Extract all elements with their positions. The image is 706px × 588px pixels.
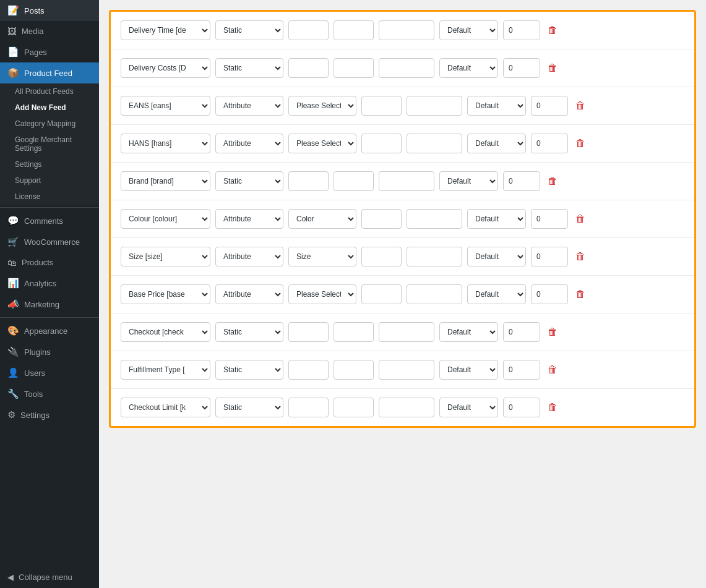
input2[interactable] [334, 58, 374, 78]
input3[interactable] [379, 20, 434, 40]
type-select[interactable]: StaticAttributePattern [215, 20, 283, 40]
number-input[interactable] [531, 96, 568, 116]
sidebar-item-category-mapping[interactable]: Category Mapping [0, 116, 99, 132]
input2[interactable] [361, 134, 402, 153]
collapse-menu-button[interactable]: ◀ Collapse menu [0, 566, 99, 588]
input2[interactable] [334, 398, 374, 417]
field-name-select[interactable]: Delivery Costs [D [121, 58, 210, 78]
number-input[interactable] [503, 58, 540, 78]
number-input[interactable] [531, 209, 568, 229]
number-input[interactable] [503, 360, 540, 380]
delete-button[interactable]: 🗑 [545, 22, 560, 38]
default-select[interactable]: DefaultEmptySkip [467, 284, 526, 304]
sidebar-item-support[interactable]: Support [0, 173, 99, 189]
default-select[interactable]: DefaultEmptySkip [439, 20, 498, 40]
input3[interactable] [407, 247, 462, 266]
sidebar-item-gm-settings[interactable]: Google Merchant Settings [0, 132, 99, 156]
value-input[interactable] [288, 58, 329, 78]
delete-button[interactable]: 🗑 [545, 60, 560, 76]
sidebar-item-settings-sub[interactable]: Settings [0, 156, 99, 173]
value-select[interactable]: ColorPlease Select [288, 209, 356, 229]
input3[interactable] [379, 360, 434, 380]
field-name-select[interactable]: HANS [hans] [121, 134, 210, 153]
input3[interactable] [379, 322, 434, 342]
sidebar-item-media[interactable]: 🖼 Media [0, 21, 99, 41]
input3[interactable] [407, 209, 462, 229]
field-name-select[interactable]: Delivery Time [de [121, 20, 210, 40]
input3[interactable] [407, 96, 462, 116]
sidebar-item-product-feed[interactable]: 📦 Product Feed [0, 62, 99, 83]
default-select[interactable]: DefaultEmptySkip [467, 96, 526, 116]
value-select[interactable]: Please Select [288, 134, 356, 153]
field-name-select[interactable]: Checkout [check [121, 322, 210, 342]
value-select[interactable]: Please Select [288, 284, 356, 304]
sidebar-item-posts[interactable]: 📝 Posts [0, 0, 99, 21]
default-select[interactable]: DefaultEmptySkip [439, 58, 498, 78]
type-select[interactable]: AttributeStaticPattern [215, 247, 283, 266]
value-input[interactable] [288, 322, 329, 342]
number-input[interactable] [503, 20, 540, 40]
type-select[interactable]: StaticAttributePattern [215, 398, 283, 417]
default-select[interactable]: DefaultEmptySkip [467, 134, 526, 153]
value-input[interactable] [288, 398, 329, 417]
default-select[interactable]: DefaultEmptySkip [439, 322, 498, 342]
type-select[interactable]: StaticAttributePattern [215, 171, 283, 191]
field-name-select[interactable]: Brand [brand] [121, 171, 210, 191]
delete-button[interactable]: 🗑 [573, 135, 588, 151]
value-input[interactable] [288, 171, 329, 191]
default-select[interactable]: DefaultEmptySkip [439, 171, 498, 191]
sidebar-item-marketing[interactable]: 📣 Marketing [0, 294, 99, 315]
field-name-select[interactable]: Base Price [base [121, 284, 210, 304]
field-name-select[interactable]: Fulfillment Type [ [121, 360, 210, 380]
type-select[interactable]: StaticAttributePattern [215, 322, 283, 342]
delete-button[interactable]: 🗑 [573, 98, 588, 114]
delete-button[interactable]: 🗑 [545, 173, 560, 189]
field-name-select[interactable]: Colour [colour] [121, 209, 210, 229]
input3[interactable] [407, 134, 462, 153]
sidebar-item-pages[interactable]: 📄 Pages [0, 41, 99, 62]
number-input[interactable] [531, 247, 568, 266]
sidebar-item-users[interactable]: 👤 Users [0, 362, 99, 383]
number-input[interactable] [503, 322, 540, 342]
input3[interactable] [379, 58, 434, 78]
sidebar-item-license[interactable]: License [0, 189, 99, 205]
input2[interactable] [361, 209, 402, 229]
delete-button[interactable]: 🗑 [545, 324, 560, 340]
input3[interactable] [379, 398, 434, 417]
delete-button[interactable]: 🗑 [573, 249, 588, 265]
sidebar-item-appearance[interactable]: 🎨 Appearance [0, 320, 99, 341]
input2[interactable] [334, 322, 374, 342]
value-select[interactable]: SizePlease Select [288, 247, 356, 266]
delete-button[interactable]: 🗑 [573, 211, 588, 227]
sidebar-item-all-feeds[interactable]: All Product Feeds [0, 83, 99, 100]
input2[interactable] [361, 284, 402, 304]
default-select[interactable]: DefaultEmptySkip [467, 247, 526, 266]
delete-button[interactable]: 🗑 [573, 286, 588, 302]
field-name-select[interactable]: EANS [eans] [121, 96, 210, 116]
value-input[interactable] [288, 20, 329, 40]
input2[interactable] [334, 20, 374, 40]
number-input[interactable] [503, 171, 540, 191]
input3[interactable] [379, 171, 434, 191]
sidebar-item-comments[interactable]: 💬 Comments [0, 210, 99, 231]
input2[interactable] [334, 360, 374, 380]
sidebar-item-add-new-feed[interactable]: Add New Feed [0, 100, 99, 116]
type-select[interactable]: AttributeStaticPattern [215, 134, 283, 153]
input2[interactable] [334, 171, 374, 191]
delete-button[interactable]: 🗑 [545, 362, 560, 378]
delete-button[interactable]: 🗑 [545, 399, 560, 415]
number-input[interactable] [503, 398, 540, 417]
number-input[interactable] [531, 134, 568, 153]
value-select[interactable]: Please Select [288, 96, 356, 116]
sidebar-item-tools[interactable]: 🔧 Tools [0, 383, 99, 404]
input2[interactable] [361, 96, 402, 116]
number-input[interactable] [531, 284, 568, 304]
type-select[interactable]: AttributeStaticPattern [215, 96, 283, 116]
field-name-select[interactable]: Size [size] [121, 247, 210, 266]
type-select[interactable]: StaticAttributePattern [215, 58, 283, 78]
field-name-select[interactable]: Checkout Limit [k [121, 398, 210, 417]
default-select[interactable]: DefaultEmptySkip [467, 209, 526, 229]
sidebar-item-products[interactable]: 🛍 Products [0, 252, 99, 273]
sidebar-item-settings[interactable]: ⚙ Settings [0, 404, 99, 425]
input3[interactable] [407, 284, 462, 304]
